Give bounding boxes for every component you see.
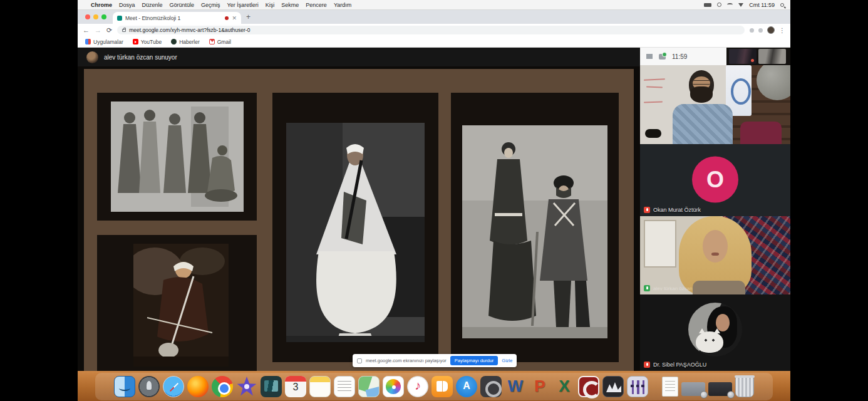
share-message: meet.google.com ekranınızı paylaşıyor [366, 358, 447, 363]
menu-pencere[interactable]: Pencere [306, 2, 327, 8]
new-tab-button[interactable]: + [246, 13, 251, 21]
document-icon[interactable] [662, 377, 678, 397]
books-icon[interactable] [431, 376, 453, 397]
trash-icon[interactable] [735, 376, 754, 397]
excel-icon[interactable] [554, 376, 575, 397]
finder-icon[interactable] [114, 376, 135, 397]
volume-icon[interactable] [738, 3, 743, 7]
meet-sidebar: 11:59 [640, 48, 790, 371]
mic-on-icon [644, 285, 650, 291]
forward-button[interactable]: → [95, 27, 101, 34]
extension-icon-2[interactable] [758, 28, 763, 33]
photo-standing-couple [451, 93, 619, 362]
stop-sharing-button[interactable]: Paylaşmayı durdur [450, 356, 499, 365]
desk-microphone [645, 129, 661, 138]
url-bar[interactable]: meet.google.com/xyh-mmvc-art?fszb-1&auth… [117, 26, 745, 34]
status-dot-icon[interactable] [717, 3, 721, 7]
menu-kisi[interactable]: Kişi [266, 2, 275, 8]
letter-avatar: O [692, 156, 738, 202]
photo-group-figures [97, 93, 257, 221]
apps-grid-icon [85, 39, 91, 44]
notes-icon[interactable] [309, 376, 331, 397]
lock-icon [122, 29, 126, 32]
reload-button[interactable]: ⟳ [106, 27, 112, 34]
profile-avatar[interactable] [767, 26, 775, 34]
minimize-window-button[interactable] [93, 14, 98, 19]
macos-menubar: Chrome Dosya Düzenle Görüntüle Geçmiş Ye… [78, 0, 790, 10]
menubar-clock[interactable]: Cmt 11:59 [749, 2, 775, 8]
firefox-icon[interactable] [187, 376, 209, 397]
menu-chrome[interactable]: Chrome [91, 2, 112, 8]
calendar-icon[interactable]: 3 [285, 376, 306, 397]
mic-muted-icon [644, 362, 650, 368]
launchpad-icon[interactable] [138, 376, 160, 397]
desktop-wallpaper-strip: 3 [78, 371, 790, 401]
archive-folder-icon[interactable] [708, 382, 732, 396]
menu-yerisaretleri[interactable]: Yer İşaretleri [227, 2, 259, 8]
chrome-menu-icon[interactable]: ⋮ [779, 27, 785, 34]
participant-2-name-row: Okan Murat Öztürk [644, 207, 701, 213]
safari-icon[interactable] [163, 376, 184, 397]
white-cat [696, 331, 723, 353]
system-preferences-icon[interactable] [480, 376, 502, 397]
app-store-icon[interactable] [456, 376, 477, 397]
participant-2-name: Okan Murat Öztürk [653, 207, 701, 213]
close-window-button[interactable] [85, 14, 90, 19]
shared-screen: Chrome Dosya Düzenle Görüntüle Geçmiş Ye… [78, 0, 790, 401]
music-icon[interactable] [407, 376, 428, 397]
maps-icon[interactable] [358, 376, 380, 397]
menu-gecmis[interactable]: Geçmiş [201, 2, 220, 8]
downloads-folder-icon[interactable] [681, 382, 705, 396]
bookmark-news[interactable]: Haberler [171, 39, 200, 45]
participant-tile-4[interactable]: Dr. Sibel PAŞAOĞLU [640, 294, 790, 371]
layout-grid-icon[interactable] [646, 54, 653, 59]
participant-tile-2[interactable]: O Okan Murat Öztürk [640, 144, 790, 216]
bookmark-apps[interactable]: Uygulamalar [85, 39, 123, 45]
share-source-icon [357, 358, 362, 363]
zoom-window-button[interactable] [101, 14, 106, 19]
mini-participant-thumb[interactable] [729, 49, 757, 64]
tab-title: Meet - Etnomüzikoloji 1 [125, 15, 222, 21]
window-controls [85, 14, 106, 19]
chrome-icon[interactable] [212, 376, 233, 397]
calendar-day: 3 [285, 382, 306, 393]
youtube-icon [133, 39, 138, 44]
back-button[interactable]: ← [83, 27, 90, 34]
spotlight-search-icon[interactable] [780, 3, 784, 7]
battery-icon[interactable] [704, 3, 711, 7]
participant-tile-1[interactable] [640, 65, 790, 144]
glasses [691, 80, 711, 85]
notation-app-icon[interactable] [578, 376, 599, 397]
photo-booth-icon[interactable] [261, 376, 282, 397]
bookmarks-bar: Uygulamalar YouTube Haberler Gmail [78, 36, 790, 48]
bookmark-gmail[interactable]: Gmail [209, 39, 231, 45]
participant-tile-3[interactable]: alev türkan özcan [640, 216, 790, 294]
textedit-icon[interactable] [334, 376, 355, 397]
photos-icon[interactable] [383, 376, 404, 397]
photo-seated-woman [272, 93, 438, 362]
dock: 3 [95, 373, 773, 400]
photo-avatar [688, 303, 742, 357]
menu-dosya[interactable]: Dosya [119, 2, 135, 8]
menu-yardim[interactable]: Yardım [334, 2, 351, 8]
menu-sekme[interactable]: Sekme [281, 2, 299, 8]
gmail-icon [209, 39, 215, 44]
powerpoint-icon[interactable] [529, 376, 550, 397]
menu-duzenle[interactable]: Düzenle [142, 2, 163, 8]
menu-goruntule[interactable]: Görüntüle [170, 2, 195, 8]
presenter-avatar [86, 51, 98, 63]
bookmark-youtube[interactable]: YouTube [133, 39, 162, 45]
pro-tools-icon[interactable] [602, 376, 624, 397]
extension-icon[interactable] [750, 28, 754, 33]
participant-filmstrip [726, 48, 790, 65]
chat-icon[interactable] [659, 54, 666, 60]
wifi-icon[interactable] [727, 3, 733, 6]
hide-banner-button[interactable]: Gizle [502, 358, 512, 363]
browser-tab-meet[interactable]: Meet - Etnomüzikoloji 1 ✕ [113, 12, 241, 24]
mini-participant-thumb[interactable] [758, 49, 786, 64]
star-app-icon[interactable] [236, 376, 257, 397]
audio-mixer-icon[interactable] [627, 376, 648, 397]
tab-close-icon[interactable]: ✕ [232, 15, 237, 21]
participant-4-name-row: Dr. Sibel PAŞAOĞLU [644, 362, 706, 368]
word-icon[interactable] [505, 376, 526, 397]
